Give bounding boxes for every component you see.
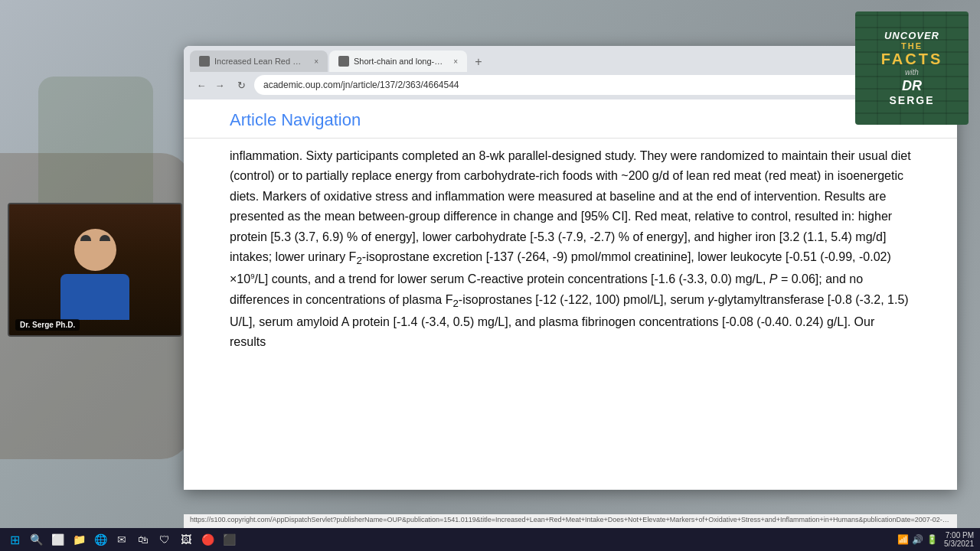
tab-2-close[interactable]: × [453, 57, 458, 66]
search-taskbar-icon: 🔍 [30, 533, 43, 546]
tab-1[interactable]: Increased Lean Red Meat Intake... × [190, 51, 328, 72]
clock-time: 7:00 PM [946, 531, 974, 540]
task-view-button[interactable]: ⬜ [49, 531, 66, 548]
search-taskbar-button[interactable]: 🔍 [28, 531, 44, 548]
logo-dr-text: DR [902, 78, 922, 94]
nav-buttons: ← → [193, 77, 228, 93]
store-button[interactable]: 🛍 [135, 531, 152, 548]
tab-2-label: Short-chain and long-chain... [354, 57, 446, 66]
logo-the-text: THE [901, 41, 923, 51]
browser-taskbar-button[interactable]: 🌐 [92, 531, 109, 548]
taskbar-right: 📶 🔊 🔋 7:00 PM 5/3/2021 [897, 531, 974, 548]
extra-app-1-icon: 🔴 [201, 533, 214, 546]
extra-app-2-icon: ⬛ [223, 533, 236, 546]
browser-taskbar-icon: 🌐 [94, 533, 107, 546]
system-tray: 📶 🔊 🔋 [897, 534, 938, 545]
logo-facts-text: FACTS [881, 51, 943, 68]
tab-1-label: Increased Lean Red Meat Intake... [214, 57, 306, 66]
person-head [74, 229, 116, 271]
task-view-icon: ⬜ [51, 533, 64, 546]
status-bar: https://s100.copyright.com/AppDispatchSe… [184, 514, 957, 530]
store-icon: 🛍 [138, 533, 149, 546]
address-input[interactable] [254, 75, 882, 95]
logo-uncover-text: UNCOVER [884, 30, 939, 41]
page-content: Article Navigation inflammation. Sixty p… [184, 99, 957, 490]
clock[interactable]: 7:00 PM 5/3/2021 [944, 531, 974, 548]
tab-2[interactable]: Short-chain and long-chain... × [329, 51, 467, 72]
taskbar: ⊞ 🔍 ⬜ 📁 🌐 ✉ 🛍 🛡 🖼 🔴 ⬛ [0, 528, 980, 551]
extra-app-2[interactable]: ⬛ [220, 531, 237, 548]
extra-app-1[interactable]: 🔴 [199, 531, 216, 548]
file-explorer-button[interactable]: 📁 [70, 531, 87, 548]
clock-date: 5/3/2021 [944, 540, 974, 548]
person-shape [60, 229, 129, 320]
webcam-label: Dr. Serge Ph.D. [15, 319, 80, 331]
tab-2-favicon [338, 56, 349, 67]
forward-button[interactable]: → [211, 77, 228, 93]
article-nav-title: Article Navigation [230, 110, 942, 130]
photos-button[interactable]: 🖼 [178, 531, 194, 548]
mail-icon: ✉ [117, 533, 126, 546]
mail-button[interactable]: ✉ [113, 531, 130, 548]
webcam-overlay: Dr. Serge Ph.D. [8, 203, 182, 337]
photos-icon: 🖼 [181, 533, 191, 546]
file-explorer-icon: 📁 [73, 533, 86, 546]
security-button[interactable]: 🛡 [156, 531, 173, 548]
back-button[interactable]: ← [193, 77, 210, 93]
new-tab-button[interactable]: + [469, 52, 488, 72]
volume-icon[interactable]: 🔊 [912, 534, 923, 545]
webcam-video [9, 204, 181, 335]
logo-dr-serge: DR SERGE [889, 78, 934, 106]
tabs-row: Increased Lean Red Meat Intake... × Shor… [190, 51, 951, 72]
windows-icon: ⊞ [10, 533, 20, 547]
logo-serge-text: SERGE [889, 94, 934, 106]
battery-icon[interactable]: 🔋 [926, 534, 938, 545]
browser-window: Increased Lean Red Meat Intake... × Shor… [184, 46, 957, 490]
article-nav-bar: Article Navigation [184, 99, 957, 139]
refresh-button[interactable]: ↻ [233, 77, 250, 93]
logo-overlay: UNCOVER THE FACTS with DR SERGE [855, 11, 969, 125]
address-bar-row: ← → ↻ 🔍 🧩 1 👤 1 [190, 72, 951, 99]
taskbar-left: ⊞ 🔍 ⬜ 📁 🌐 ✉ 🛍 🛡 🖼 🔴 ⬛ [6, 531, 237, 548]
tab-1-close[interactable]: × [314, 57, 318, 66]
tab-1-favicon [199, 56, 210, 67]
wifi-icon[interactable]: 📶 [897, 534, 909, 545]
person-body [60, 274, 129, 320]
article-text: inflammation. Sixty participants complet… [230, 146, 911, 352]
browser-chrome: Increased Lean Red Meat Intake... × Shor… [184, 46, 957, 99]
logo-with-text: with [905, 68, 919, 77]
start-button[interactable]: ⊞ [6, 531, 23, 548]
article-body: inflammation. Sixty participants complet… [184, 139, 957, 490]
security-icon: 🛡 [159, 533, 170, 546]
